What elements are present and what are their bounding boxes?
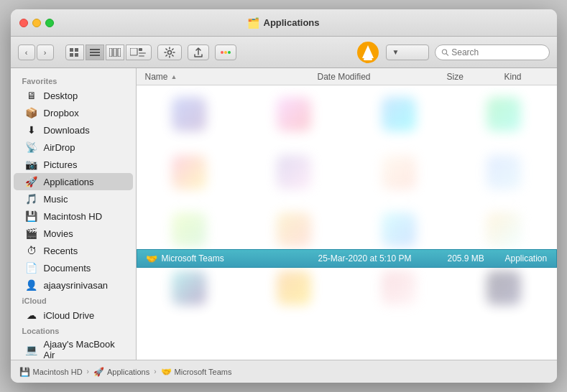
column-modified[interactable]: Date Modified — [318, 72, 447, 82]
sidebar-item-macintosh-hd[interactable]: 💾 Macintosh HD — [14, 207, 133, 225]
share-icon — [194, 47, 203, 57]
maximize-button[interactable] — [45, 19, 54, 27]
sidebar-item-dropbox[interactable]: 📦 Dropbox — [14, 104, 133, 121]
view-gallery-button[interactable] — [126, 45, 152, 60]
file-header: Name ▲ Date Modified Size Kind — [137, 68, 557, 85]
toolbar: ‹ › — [11, 37, 557, 68]
icloud-drive-icon: ☁ — [25, 309, 38, 322]
svg-rect-10 — [130, 48, 137, 55]
svg-rect-5 — [90, 52, 100, 53]
view-columns-button[interactable] — [106, 45, 124, 60]
teams-breadcrumb-icon: 🤝 — [161, 367, 172, 377]
svg-rect-6 — [90, 55, 100, 56]
vlc-button[interactable] — [356, 42, 380, 62]
sidebar-item-label: iCloud Drive — [44, 310, 95, 321]
macbook-air-icon: 💻 — [25, 343, 38, 356]
svg-rect-12 — [139, 52, 146, 54]
svg-rect-13 — [139, 55, 144, 57]
modified-column-label: Date Modified — [318, 72, 371, 82]
sidebar-item-airdrop[interactable]: 📡 AirDrop — [14, 139, 133, 156]
share-button[interactable] — [188, 45, 209, 60]
column-name[interactable]: Name ▲ — [145, 72, 318, 82]
sidebar-item-desktop[interactable]: 🖥 Desktop — [14, 87, 133, 104]
svg-rect-20 — [364, 58, 372, 60]
svg-point-15 — [221, 51, 223, 54]
sidebar-item-applications[interactable]: 🚀 Applications — [14, 173, 133, 190]
breadcrumb-macintosh-hd[interactable]: 💾 Macintosh HD — [19, 367, 83, 377]
path-dropdown[interactable]: ▼ — [386, 45, 429, 60]
search-input[interactable] — [451, 47, 543, 57]
sidebar-item-macbook-air[interactable]: 💻 Ajaay's MacBook Air — [14, 337, 133, 360]
view-buttons — [65, 45, 152, 60]
applications-breadcrumb-icon: 🚀 — [93, 367, 104, 377]
sidebar-item-label: Music — [44, 194, 68, 205]
desktop-icon: 🖥 — [25, 89, 38, 102]
vlc-icon — [356, 41, 379, 64]
breadcrumb-teams[interactable]: 🤝 Microsoft Teams — [161, 367, 232, 377]
column-kind[interactable]: Kind — [504, 72, 522, 82]
sidebar-item-label: Ajaay's MacBook Air — [44, 339, 124, 360]
breadcrumb-separator-1: › — [87, 368, 89, 375]
music-icon: 🎵 — [25, 192, 38, 205]
sidebar-item-user[interactable]: 👤 ajaaysrinivasan — [14, 276, 133, 294]
svg-rect-0 — [70, 48, 73, 52]
traffic-lights — [19, 19, 54, 27]
gear-icon — [164, 47, 175, 58]
title-bar: 🗂️ Applications — [11, 9, 557, 37]
applications-icon: 🚀 — [25, 175, 38, 188]
sidebar-item-downloads[interactable]: ⬇ Downloads — [14, 121, 133, 139]
minimize-button[interactable] — [32, 19, 41, 27]
tag-button[interactable] — [215, 45, 236, 60]
svg-rect-7 — [109, 48, 112, 57]
sidebar-item-icloud-drive[interactable]: ☁ iCloud Drive — [14, 307, 133, 324]
search-box[interactable] — [435, 45, 550, 60]
sidebar-item-label: Recents — [44, 246, 78, 256]
svg-point-17 — [228, 51, 231, 54]
window-title-icon: 🗂️ — [247, 17, 259, 29]
back-button[interactable]: ‹ — [18, 45, 35, 60]
sidebar-item-pictures[interactable]: 📷 Pictures — [14, 156, 133, 173]
file-icon: 🤝 — [146, 253, 157, 264]
downloads-icon: ⬇ — [25, 123, 38, 136]
table-row[interactable]: 🤝 Microsoft Teams 25-Mar-2020 at 5:10 PM… — [137, 249, 557, 268]
action-button[interactable] — [157, 45, 182, 60]
main-content: Favorites 🖥 Desktop 📦 Dropbox ⬇ Download… — [11, 68, 557, 360]
sidebar-item-documents[interactable]: 📄 Documents — [14, 259, 133, 276]
forward-button[interactable]: › — [37, 45, 54, 60]
column-size[interactable]: Size — [447, 72, 504, 82]
close-button[interactable] — [19, 19, 28, 27]
nav-buttons: ‹ › — [18, 45, 54, 60]
favorites-label: Favorites — [11, 74, 136, 87]
icloud-label: iCloud — [11, 294, 136, 307]
gallery-icon — [130, 48, 147, 57]
sidebar-item-label: AirDrop — [44, 142, 75, 153]
svg-rect-11 — [139, 48, 142, 51]
search-icon — [441, 48, 449, 57]
sidebar-item-movies[interactable]: 🎬 Movies — [14, 225, 133, 242]
breadcrumb-applications[interactable]: 🚀 Applications — [93, 367, 149, 377]
file-modified-cell: 25-Mar-2020 at 5:10 PM — [318, 253, 448, 263]
svg-rect-1 — [75, 48, 78, 52]
svg-point-14 — [167, 50, 171, 54]
sidebar-item-label: Downloads — [44, 125, 90, 136]
view-list-button[interactable] — [86, 45, 104, 60]
sidebar-item-music[interactable]: 🎵 Music — [14, 190, 133, 207]
macintosh-hd-breadcrumb-icon: 💾 — [19, 367, 30, 377]
forward-icon: › — [44, 48, 47, 57]
svg-rect-2 — [70, 53, 73, 57]
back-icon: ‹ — [25, 48, 28, 57]
finder-window: 🗂️ Applications ‹ › — [11, 9, 557, 383]
user-icon: 👤 — [25, 279, 38, 291]
sidebar-item-label: Macintosh HD — [44, 211, 103, 222]
svg-rect-9 — [118, 48, 121, 57]
grid-icon — [70, 48, 80, 57]
sidebar-item-label: Applications — [44, 177, 94, 187]
sidebar-item-recents[interactable]: ⏱ Recents — [14, 242, 133, 259]
file-kind-cell: Application — [505, 253, 548, 263]
file-name-text: Microsoft Teams — [162, 253, 224, 263]
path-dropdown-label: ▼ — [392, 48, 400, 56]
sidebar: Favorites 🖥 Desktop 📦 Dropbox ⬇ Download… — [11, 68, 137, 360]
view-icon-button[interactable] — [65, 45, 84, 60]
kind-column-label: Kind — [504, 72, 522, 82]
breadcrumb-separator-2: › — [154, 368, 156, 375]
